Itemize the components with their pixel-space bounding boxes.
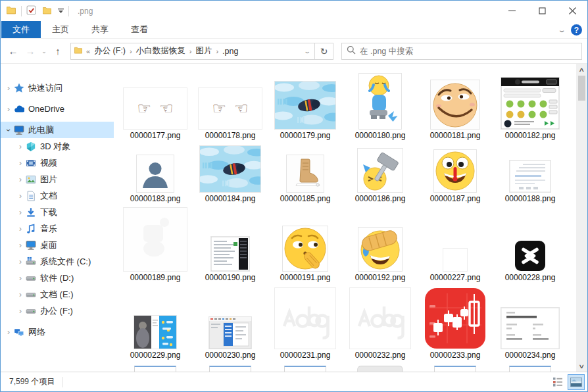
chevron-right-icon[interactable]: › [16, 175, 24, 184]
sidebar-item-5[interactable]: ›图片 [1, 171, 114, 187]
breadcrumb-segment[interactable]: 图片 [195, 45, 212, 57]
file-item[interactable]: 00000231.png [268, 283, 343, 361]
address-dropdown-chevron-icon[interactable]: ⌄ [304, 48, 313, 55]
search-box[interactable] [341, 43, 582, 60]
chevron-right-icon[interactable]: › [16, 306, 24, 316]
file-name: 00000233.png [430, 351, 481, 361]
file-item[interactable]: 00000229.png [118, 283, 193, 361]
back-button[interactable]: ← [6, 45, 20, 57]
help-icon[interactable]: ? [571, 24, 582, 36]
file-thumbnail-info-card [501, 308, 559, 349]
refresh-button[interactable]: ↻ [315, 43, 333, 60]
forward-button[interactable]: → [23, 45, 37, 57]
chevron-right-icon[interactable]: › [16, 208, 24, 217]
file-name: 00000192.png [355, 273, 406, 283]
chevron-down-icon[interactable]: › [4, 126, 13, 134]
sidebar-item-6[interactable]: ›文档 [1, 187, 114, 204]
chevron-right-icon[interactable]: › [16, 290, 24, 299]
scroll-down-arrow-icon[interactable]: ∨ [579, 360, 585, 372]
search-input[interactable] [360, 47, 577, 56]
scroll-up-arrow-icon[interactable]: ∧ [579, 64, 585, 75]
chevron-right-icon[interactable]: › [16, 142, 24, 151]
chevron-right-icon[interactable]: › [5, 328, 12, 337]
close-button[interactable] [557, 1, 587, 21]
sidebar-item-10[interactable]: ›系统文件 (C:) [1, 253, 114, 270]
breadcrumb-separator-icon[interactable]: › [189, 47, 192, 55]
file-item[interactable]: 00000183.png [118, 141, 193, 205]
file-item[interactable]: 00000230.png [193, 283, 268, 361]
minimize-button[interactable] [497, 1, 527, 21]
file-item[interactable]: 00000184.png [193, 141, 268, 205]
file-item[interactable]: 00000180.png [343, 73, 418, 141]
large-icons-view-button[interactable] [568, 374, 585, 390]
file-item[interactable]: 00000188.png [493, 141, 568, 205]
file-name: 00000190.png [205, 273, 256, 283]
sidebar-item-8[interactable]: ›音乐 [1, 220, 114, 237]
folder-icon[interactable] [42, 6, 52, 16]
breadcrumb-overflow-chevron[interactable]: « [86, 47, 90, 55]
breadcrumb-separator-icon[interactable]: › [216, 47, 218, 55]
breadcrumb-segment[interactable]: .png [222, 47, 238, 56]
search-icon [347, 45, 356, 57]
checkmark-document-icon[interactable] [26, 5, 36, 17]
ribbon-tab-0[interactable]: 文件 [1, 21, 41, 38]
chevron-right-icon[interactable]: › [16, 257, 24, 266]
sidebar-item-11[interactable]: ›软件 (D:) [1, 270, 114, 286]
file-item[interactable]: 00000227.png [418, 205, 493, 283]
sidebar-item-7[interactable]: ›下载 [1, 204, 114, 220]
sidebar-item-13[interactable]: ›办公 (F:) [1, 303, 114, 319]
file-item[interactable]: 00000181.png [418, 73, 493, 141]
sidebar-item-3[interactable]: ›3D 对象 [1, 138, 114, 155]
ribbon-tab-3[interactable]: 查看 [120, 21, 159, 38]
file-item[interactable]: ☞☜00000177.png [118, 73, 193, 141]
sidebar-item-2[interactable]: ›此电脑 [1, 122, 114, 138]
up-button[interactable]: ↑ [51, 45, 65, 57]
maximize-button[interactable] [527, 1, 557, 21]
file-item[interactable]: 00000179.png [268, 73, 343, 141]
file-item[interactable]: 00000185.png [268, 141, 343, 205]
sidebar-item-12[interactable]: ›文档 (E:) [1, 286, 114, 303]
breadcrumb-segment[interactable]: 小白数据恢复 [136, 45, 185, 57]
breadcrumb-segment[interactable]: 办公 (F:) [94, 45, 126, 57]
details-view-button[interactable] [549, 374, 566, 390]
chevron-right-icon[interactable]: › [16, 224, 24, 233]
sidebar-item-4[interactable]: ›视频 [1, 155, 114, 171]
file-thumbnail-smirk-emoji [431, 80, 479, 129]
file-item[interactable]: 00000234.png [493, 283, 568, 361]
file-item[interactable]: 00000186.png [343, 141, 418, 205]
sidebar-item-1[interactable]: ›OneDrive [1, 101, 114, 117]
file-item[interactable]: 00000192.png [343, 205, 418, 283]
ribbon-tab-2[interactable]: 共享 [80, 21, 120, 38]
file-name: 00000181.png [430, 131, 481, 141]
sidebar-item-14[interactable]: ›网络 [1, 324, 114, 340]
file-item[interactable]: ☞☜00000178.png [193, 73, 268, 141]
scrollbar-thumb[interactable] [578, 76, 585, 101]
expand-ribbon-chevron-icon[interactable]: ⌄ [557, 26, 566, 34]
file-item[interactable]: 00000182.png [493, 73, 568, 141]
file-name: 00000230.png [205, 351, 256, 361]
ribbon-tab-1[interactable]: 主页 [41, 21, 80, 38]
file-item[interactable]: 00000189.png [118, 205, 193, 283]
sidebar-item-label: 视频 [40, 157, 57, 169]
window-controls [497, 1, 587, 21]
chevron-right-icon[interactable]: › [5, 84, 12, 93]
chevron-right-icon[interactable]: › [16, 159, 24, 168]
sidebar-item-9[interactable]: ›桌面 [1, 237, 114, 253]
customize-toolbar-arrow-icon[interactable] [58, 8, 64, 14]
file-item[interactable]: 00000190.png [193, 205, 268, 283]
file-item[interactable]: 00000191.png [268, 205, 343, 283]
breadcrumb-separator-icon[interactable]: › [130, 47, 132, 55]
desktop-icon [26, 240, 36, 251]
file-item[interactable]: 00000187.png [418, 141, 493, 205]
sidebar-item-0[interactable]: ›快速访问 [1, 80, 114, 96]
chevron-right-icon[interactable]: › [16, 191, 24, 201]
file-item[interactable]: 00000232.png [343, 283, 418, 361]
history-chevron-icon[interactable]: ⌄ [40, 48, 48, 55]
file-item[interactable]: 00000233.png [418, 283, 493, 361]
chevron-right-icon[interactable]: › [16, 274, 24, 283]
address-bar[interactable]: «办公 (F:)›小白数据恢复›图片›.png ⌄ [70, 43, 315, 60]
vertical-scrollbar[interactable]: ∧ ∨ [576, 64, 587, 372]
chevron-right-icon[interactable]: › [16, 241, 24, 250]
chevron-right-icon[interactable]: › [5, 105, 12, 114]
file-item[interactable]: 00000228.png [493, 205, 568, 283]
